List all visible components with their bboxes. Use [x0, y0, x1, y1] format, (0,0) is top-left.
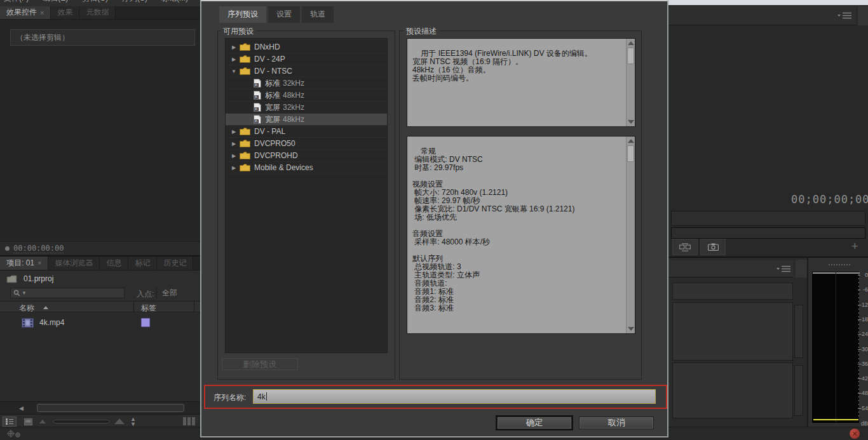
tab-close-icon[interactable]: ×: [37, 259, 41, 267]
program-monitor-panel: 00;00;00;00 +: [668, 5, 868, 257]
menu-item[interactable]: 序列(S): [122, 0, 147, 3]
preset-item-宽屏 32kHz[interactable]: Pr宽屏32kHz: [226, 102, 387, 114]
panel-menu-icon[interactable]: [776, 265, 790, 272]
timeline-ruler-area[interactable]: [672, 283, 793, 300]
add-button[interactable]: +: [851, 240, 858, 253]
monitor-scrubber-track[interactable]: [671, 211, 865, 226]
preset-details-box: 常规 编辑模式: DV NTSC 时基: 29.97fps 视频设置 帧大小: …: [407, 136, 635, 334]
panel-menu-icon[interactable]: [837, 12, 851, 19]
column-header-name[interactable]: 名称: [19, 303, 34, 314]
tab-label: 媒体浏览器: [55, 258, 93, 269]
column-divider[interactable]: [194, 302, 194, 313]
proj-tab-标记[interactable]: 标记: [128, 257, 157, 270]
fx-tab-元数据[interactable]: 元数据: [79, 6, 116, 19]
panel-grip-icon[interactable]: [829, 264, 850, 267]
label-color-swatch[interactable]: [141, 318, 150, 327]
menu-item[interactable]: 编辑(E): [43, 0, 68, 3]
scroll-left-arrow-icon[interactable]: ◀: [19, 405, 24, 411]
sort-ascending-icon[interactable]: [43, 306, 48, 309]
fx-tab-效果控件[interactable]: 效果控件×: [0, 6, 51, 19]
dlg-tab-设置[interactable]: 设置: [268, 6, 300, 23]
meter-channel-divider: [836, 272, 836, 422]
no-clip-selected-text: （未选择剪辑）: [16, 32, 69, 43]
timeline-vscroll-upper[interactable]: [794, 305, 803, 358]
timeline-video-track[interactable]: [672, 302, 793, 361]
monitor-work-area-bar[interactable]: [671, 227, 865, 239]
in-point-value: 全部: [162, 288, 177, 298]
preset-folder-DV - 24P[interactable]: ▶DV - 24P: [226, 53, 387, 65]
column-header-label[interactable]: 标签: [141, 303, 156, 314]
collapse-icon[interactable]: ▼: [231, 69, 237, 74]
menu-item[interactable]: 标记(M): [161, 0, 188, 3]
zoom-out-icon[interactable]: [39, 420, 46, 423]
expand-icon[interactable]: ▶: [231, 141, 237, 147]
menu-item[interactable]: 剪辑(C): [82, 0, 108, 3]
automate-to-sequence-icon[interactable]: [183, 417, 195, 425]
dlg-tab-序列预设[interactable]: 序列预设: [219, 6, 266, 23]
summary-scrollbar[interactable]: [626, 39, 635, 126]
search-dropdown-arrow-icon[interactable]: ▼: [22, 290, 27, 296]
meter-tick: [858, 305, 860, 305]
timeline-corner-grip[interactable]: [796, 260, 807, 277]
project-item-row[interactable]: 4k.mp4: [0, 316, 200, 330]
expand-icon[interactable]: ▶: [231, 57, 237, 62]
zoom-slider[interactable]: [53, 420, 109, 423]
cancel-button[interactable]: 取消: [579, 417, 654, 429]
meter-tick: [858, 275, 860, 276]
panel-corner-grip[interactable]: [858, 6, 868, 25]
effect-controls-timecode[interactable]: 00:00:00:00: [13, 244, 64, 253]
preset-details-text: 常规 编辑模式: DV NTSC 时基: 29.97fps 视频设置 帧大小: …: [412, 147, 574, 312]
meter-scale-label: -36: [860, 361, 868, 367]
expand-icon[interactable]: ▶: [231, 153, 237, 159]
proj-tab-历史记[interactable]: 历史记: [157, 257, 193, 270]
proj-tab-媒体浏览器[interactable]: 媒体浏览器: [48, 257, 100, 270]
meter-scale-label: -54: [860, 405, 868, 411]
delete-preset-button[interactable]: 删除预设: [222, 358, 298, 370]
zoom-in-icon[interactable]: [114, 418, 125, 424]
proj-tab-信息[interactable]: 信息: [100, 257, 128, 270]
window-chrome-strip: [668, 0, 868, 5]
project-hscrollbar[interactable]: ◀: [0, 401, 200, 414]
tab-close-icon[interactable]: ×: [40, 9, 44, 17]
timeline-audio-track[interactable]: [672, 363, 793, 418]
column-divider[interactable]: [133, 302, 134, 313]
preset-folder-DV - NTSC[interactable]: ▼DV - NTSC: [226, 65, 387, 77]
folder-up-icon[interactable]: [6, 275, 17, 283]
search-input[interactable]: ▼: [10, 288, 125, 298]
meter-tick: [858, 378, 860, 379]
events-error-icon[interactable]: ✕: [850, 429, 860, 439]
audio-meter-display[interactable]: [812, 272, 859, 423]
menu-item[interactable]: 文件(F): [4, 0, 29, 3]
gear-icon[interactable]: [6, 429, 23, 438]
timeline-vscroll-lower[interactable]: [794, 365, 803, 416]
expand-icon[interactable]: ▶: [231, 165, 237, 171]
preset-folder-DV - PAL[interactable]: ▶DV - PAL: [226, 126, 387, 138]
expand-icon[interactable]: ▶: [231, 44, 237, 50]
dlg-tab-轨道[interactable]: 轨道: [302, 6, 334, 23]
details-scrollbar[interactable]: [626, 137, 635, 333]
expand-icon[interactable]: ▶: [231, 129, 237, 135]
hscrollbar-thumb[interactable]: [37, 404, 184, 412]
preset-item-标准 48kHz[interactable]: Pr标准48kHz: [226, 90, 387, 102]
preset-folder-DVCPRO50[interactable]: ▶DVCPRO50: [226, 138, 387, 150]
preset-folder-Mobile & Devices[interactable]: ▶Mobile & Devices: [226, 162, 387, 174]
sequence-name-input[interactable]: 4k: [253, 389, 656, 404]
project-file-name[interactable]: 01.prproj: [24, 274, 53, 283]
ok-button[interactable]: 确定: [497, 417, 572, 429]
effect-controls-footer: 00:00:00:00: [0, 241, 200, 255]
sort-icons[interactable]: ▲▼: [130, 417, 136, 427]
tab-label: 轨道: [310, 10, 325, 18]
preset-item-标准 32kHz[interactable]: Pr标准32kHz: [226, 77, 387, 90]
preset-item-宽屏 48kHz[interactable]: Pr宽屏48kHz: [226, 114, 387, 126]
preset-folder-DNxHD[interactable]: ▶DNxHD: [226, 41, 387, 53]
program-timecode[interactable]: 00;00;00;00: [791, 193, 868, 206]
in-point-select[interactable]: 全部: [156, 288, 196, 298]
list-view-button[interactable]: [3, 417, 17, 427]
proj-tab-项目: 01[interactable]: 项目: 01×: [0, 257, 48, 270]
export-frame-button[interactable]: [700, 239, 726, 255]
preset-folder-DVCPROHD[interactable]: ▶DVCPROHD: [226, 150, 387, 162]
icon-view-button[interactable]: [21, 417, 35, 427]
fx-tab-效果[interactable]: 效果: [51, 6, 79, 19]
comparison-view-button[interactable]: [672, 239, 698, 255]
available-presets-title: 可用预设: [220, 26, 256, 37]
